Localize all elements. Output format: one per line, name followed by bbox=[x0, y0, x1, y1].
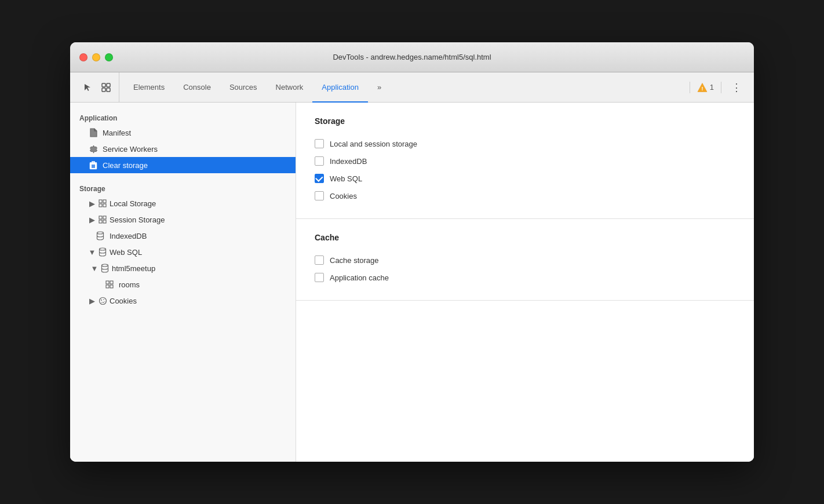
warning-icon: ! bbox=[697, 82, 708, 93]
web-sql-label: Web SQL bbox=[110, 248, 142, 257]
titlebar: DevTools - andrew.hedges.name/html5/sql.… bbox=[70, 42, 754, 72]
storage-section: Storage Local and session storage Indexe… bbox=[296, 103, 754, 219]
sidebar-item-cookies[interactable]: ▶ Cookies bbox=[70, 293, 296, 309]
db-icon bbox=[100, 264, 110, 273]
sidebar-item-web-sql[interactable]: ▼ Web SQL bbox=[70, 244, 296, 260]
sidebar-item-local-storage[interactable]: ▶ Local Storage bbox=[70, 195, 296, 211]
warning-count: 1 bbox=[710, 83, 714, 92]
cache-section: Cache Cache storage Application cache bbox=[296, 219, 754, 301]
rooms-label: rooms bbox=[119, 280, 140, 289]
traffic-lights bbox=[79, 53, 113, 61]
cache-storage-checkbox[interactable] bbox=[315, 255, 324, 265]
grid-icon bbox=[98, 199, 107, 208]
svg-rect-0 bbox=[102, 83, 105, 87]
toolbar: Elements Console Sources Network Applica… bbox=[70, 72, 754, 103]
cursor-icon-button[interactable] bbox=[79, 79, 96, 96]
svg-point-25 bbox=[99, 297, 106, 304]
sidebar-storage-header: Storage bbox=[70, 180, 296, 195]
checkbox-app-cache[interactable]: Application cache bbox=[315, 269, 735, 286]
svg-rect-14 bbox=[99, 216, 102, 219]
inspect-icon-button[interactable] bbox=[98, 79, 114, 96]
warning-badge[interactable]: ! 1 bbox=[697, 82, 714, 93]
service-workers-label: Service Workers bbox=[103, 145, 158, 154]
toolbar-right: ! 1 ⋮ bbox=[683, 79, 749, 96]
svg-point-27 bbox=[103, 299, 104, 300]
expand-arrow-icon: ▶ bbox=[89, 200, 96, 207]
checkbox-cookies[interactable]: Cookies bbox=[315, 187, 735, 204]
sidebar-item-clear-storage[interactable]: Clear storage bbox=[70, 157, 296, 173]
cache-storage-label: Cache storage bbox=[330, 256, 379, 265]
app-cache-label: Application cache bbox=[330, 273, 389, 282]
db-icon bbox=[96, 231, 105, 240]
window-title: DevTools - andrew.hedges.name/html5/sql.… bbox=[333, 53, 491, 61]
tab-application[interactable]: Application bbox=[312, 73, 368, 103]
svg-point-18 bbox=[97, 232, 104, 234]
svg-rect-12 bbox=[99, 204, 102, 207]
svg-rect-23 bbox=[106, 285, 109, 288]
close-button[interactable] bbox=[79, 53, 87, 61]
svg-point-26 bbox=[101, 300, 102, 301]
svg-rect-15 bbox=[103, 216, 106, 219]
tab-sources[interactable]: Sources bbox=[220, 73, 267, 103]
sidebar-item-service-workers[interactable]: Service Workers bbox=[70, 141, 296, 157]
tab-console[interactable]: Console bbox=[174, 73, 220, 103]
svg-rect-17 bbox=[103, 220, 106, 223]
web-sql-label: Web SQL bbox=[330, 174, 362, 183]
svg-rect-10 bbox=[99, 200, 102, 203]
web-sql-checkbox[interactable] bbox=[315, 174, 324, 183]
trash-icon bbox=[89, 160, 98, 170]
separator bbox=[690, 82, 690, 93]
maximize-button[interactable] bbox=[105, 53, 113, 61]
svg-rect-22 bbox=[110, 281, 113, 284]
svg-rect-24 bbox=[110, 285, 113, 288]
expand-arrow-down-icon: ▼ bbox=[89, 249, 96, 255]
svg-rect-16 bbox=[99, 220, 102, 223]
grid-icon bbox=[98, 215, 107, 224]
sidebar-item-manifest[interactable]: Manifest bbox=[70, 125, 296, 141]
minimize-button[interactable] bbox=[92, 53, 100, 61]
svg-point-19 bbox=[100, 248, 106, 250]
more-options-button[interactable]: ⋮ bbox=[728, 79, 745, 96]
session-storage-label: Session Storage bbox=[110, 216, 165, 224]
sidebar-application-header: Application bbox=[70, 109, 296, 125]
checkbox-web-sql[interactable]: Web SQL bbox=[315, 170, 735, 187]
file-icon bbox=[89, 128, 98, 137]
local-storage-label: Local Storage bbox=[110, 199, 156, 208]
devtools-window: DevTools - andrew.hedges.name/html5/sql.… bbox=[70, 42, 754, 462]
sidebar-item-rooms[interactable]: rooms bbox=[70, 276, 296, 293]
tab-bar: Elements Console Sources Network Applica… bbox=[124, 72, 683, 102]
grid-icon bbox=[105, 280, 114, 289]
checkbox-local-session-storage[interactable]: Local and session storage bbox=[315, 135, 735, 152]
cookies-checkbox[interactable] bbox=[315, 191, 324, 200]
svg-rect-3 bbox=[107, 88, 110, 92]
checkbox-indexeddb[interactable]: IndexedDB bbox=[315, 152, 735, 170]
separator2 bbox=[721, 82, 721, 93]
indexeddb-label: IndexedDB bbox=[330, 157, 367, 166]
cookies-label: Cookies bbox=[110, 297, 137, 305]
gear-icon bbox=[89, 144, 98, 154]
svg-point-20 bbox=[102, 264, 108, 266]
sidebar-item-indexeddb[interactable]: IndexedDB bbox=[70, 228, 296, 244]
toolbar-icon-group bbox=[75, 72, 119, 102]
cookies-label: Cookies bbox=[330, 192, 357, 200]
local-session-checkbox[interactable] bbox=[315, 139, 324, 148]
indexeddb-label: IndexedDB bbox=[110, 232, 147, 240]
svg-rect-11 bbox=[103, 200, 106, 203]
svg-rect-21 bbox=[106, 281, 109, 284]
svg-rect-1 bbox=[107, 83, 110, 87]
tab-network[interactable]: Network bbox=[267, 73, 313, 103]
content-area: Application Manifest Service bbox=[70, 103, 754, 462]
tab-more[interactable]: » bbox=[368, 73, 391, 103]
svg-point-28 bbox=[103, 302, 104, 303]
db-icon bbox=[98, 247, 107, 257]
tab-elements[interactable]: Elements bbox=[124, 73, 174, 103]
sidebar-item-session-storage[interactable]: ▶ Session Storage bbox=[70, 211, 296, 228]
checkbox-cache-storage[interactable]: Cache storage bbox=[315, 251, 735, 269]
svg-rect-13 bbox=[103, 204, 106, 207]
svg-point-29 bbox=[101, 302, 101, 302]
indexeddb-checkbox[interactable] bbox=[315, 156, 324, 166]
app-cache-checkbox[interactable] bbox=[315, 273, 324, 282]
expand-arrow-down-icon: ▼ bbox=[91, 265, 98, 272]
sidebar-item-html5meetup[interactable]: ▼ html5meetup bbox=[70, 260, 296, 276]
html5meetup-label: html5meetup bbox=[112, 264, 155, 273]
